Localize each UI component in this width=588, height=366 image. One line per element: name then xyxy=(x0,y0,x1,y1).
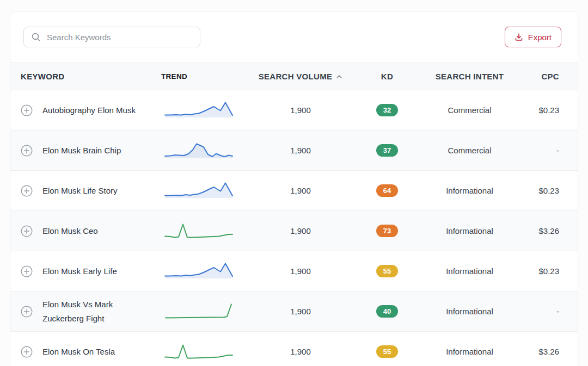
kd-badge: 37 xyxy=(376,144,398,157)
plus-circle-icon xyxy=(21,145,33,157)
search-volume-value: 1,900 xyxy=(290,347,311,356)
search-volume-value: 1,900 xyxy=(290,226,311,235)
plus-circle-icon xyxy=(21,306,33,318)
toolbar: Export xyxy=(10,11,578,63)
search-volume-value: 1,900 xyxy=(290,146,311,155)
table-header: KEYWORD TREND SEARCH VOLUME KD SEARCH IN… xyxy=(10,63,578,90)
search-box xyxy=(23,27,200,47)
search-icon xyxy=(30,32,41,42)
add-keyword-button[interactable] xyxy=(21,185,33,197)
keyword-table-card: Export KEYWORD TREND SEARCH VOLUME KD SE… xyxy=(10,11,578,366)
column-header-label: SEARCH INTENT xyxy=(436,72,504,81)
plus-circle-icon xyxy=(21,104,33,116)
export-button[interactable]: Export xyxy=(505,27,561,47)
kd-badge: 73 xyxy=(376,225,398,237)
keyword-text: Autobiography Elon Musk xyxy=(42,103,136,117)
cpc-value: - xyxy=(556,146,559,155)
keyword-text: Elon Musk Early Life xyxy=(42,264,117,278)
add-keyword-button[interactable] xyxy=(21,225,33,237)
sort-asc-icon[interactable] xyxy=(336,75,342,79)
search-intent-value: Commercial xyxy=(448,146,491,155)
column-header-label: KEYWORD xyxy=(21,70,64,84)
column-header-keyword[interactable]: KEYWORD xyxy=(10,63,153,90)
column-header-cpc[interactable]: CPC xyxy=(522,63,578,90)
table-row: Autobiography Elon Musk 1,900 32 Commerc… xyxy=(10,90,578,131)
table-row: Elon Musk Vs Mark Zuckerberg Fight 1,900… xyxy=(10,291,578,332)
trend-sparkline xyxy=(163,341,234,363)
search-intent-value: Commercial xyxy=(448,106,491,115)
trend-sparkline xyxy=(163,301,234,322)
column-header-trend[interactable]: TREND xyxy=(153,63,244,90)
keyword-text: Elon Musk Vs Mark Zuckerberg Fight xyxy=(42,297,148,325)
table-row: Elon Musk Ceo 1,900 73 Informational $3.… xyxy=(10,211,578,251)
cpc-value: $3.26 xyxy=(538,347,559,356)
plus-circle-icon xyxy=(21,185,33,197)
column-header-label: CPC xyxy=(541,72,559,81)
table-row: Elon Musk Early Life 1,900 55 Informatio… xyxy=(10,251,578,291)
keyword-text: Elon Musk Life Story xyxy=(42,184,118,198)
search-intent-value: Informational xyxy=(446,226,493,235)
table-row: Elon Musk Life Story 1,900 64 Informatio… xyxy=(10,171,578,211)
kd-badge: 55 xyxy=(376,265,398,277)
download-icon xyxy=(514,33,523,41)
trend-sparkline xyxy=(163,180,234,202)
search-volume-value: 1,900 xyxy=(290,307,311,316)
column-header-label: KD xyxy=(381,72,393,81)
search-intent-value: Informational xyxy=(446,347,493,356)
search-volume-value: 1,900 xyxy=(290,186,311,195)
trend-sparkline xyxy=(163,140,234,162)
table-body: Autobiography Elon Musk 1,900 32 Commerc… xyxy=(10,90,578,366)
column-header-label: SEARCH VOLUME xyxy=(259,72,333,81)
kd-badge: 55 xyxy=(376,345,398,358)
kd-badge: 64 xyxy=(376,184,398,197)
cpc-value: - xyxy=(556,307,559,316)
search-volume-value: 1,900 xyxy=(290,106,311,115)
column-header-volume[interactable]: SEARCH VOLUME xyxy=(244,63,357,90)
keyword-text: Elon Musk On Tesla xyxy=(42,345,115,359)
search-volume-value: 1,900 xyxy=(290,266,311,276)
search-input[interactable] xyxy=(23,27,200,47)
table-row: Elon Musk Brain Chip 1,900 37 Commercial… xyxy=(10,131,578,171)
kd-badge: 32 xyxy=(376,104,398,116)
add-keyword-button[interactable] xyxy=(21,145,33,157)
trend-sparkline xyxy=(163,100,234,121)
keyword-text: Elon Musk Ceo xyxy=(42,224,98,238)
trend-sparkline xyxy=(163,260,234,282)
add-keyword-button[interactable] xyxy=(21,346,33,358)
export-label: Export xyxy=(528,33,552,42)
plus-circle-icon xyxy=(21,346,33,358)
table-row: Elon Musk On Tesla 1,900 55 Informationa… xyxy=(10,332,578,366)
cpc-value: $0.23 xyxy=(538,186,559,195)
column-header-intent[interactable]: SEARCH INTENT xyxy=(417,63,522,90)
cpc-value: $3.26 xyxy=(538,226,559,235)
add-keyword-button[interactable] xyxy=(21,306,33,318)
cpc-value: $0.23 xyxy=(538,266,559,276)
column-header-kd[interactable]: KD xyxy=(357,63,417,90)
trend-sparkline xyxy=(163,220,234,242)
kd-badge: 40 xyxy=(376,305,398,318)
search-intent-value: Informational xyxy=(446,307,493,316)
add-keyword-button[interactable] xyxy=(21,265,33,277)
add-keyword-button[interactable] xyxy=(21,104,33,116)
search-intent-value: Informational xyxy=(446,186,493,195)
keyword-text: Elon Musk Brain Chip xyxy=(42,144,121,158)
plus-circle-icon xyxy=(21,225,33,237)
column-header-label: TREND xyxy=(161,72,187,80)
search-intent-value: Informational xyxy=(446,266,493,276)
plus-circle-icon xyxy=(21,265,33,277)
cpc-value: $0.23 xyxy=(538,106,559,115)
